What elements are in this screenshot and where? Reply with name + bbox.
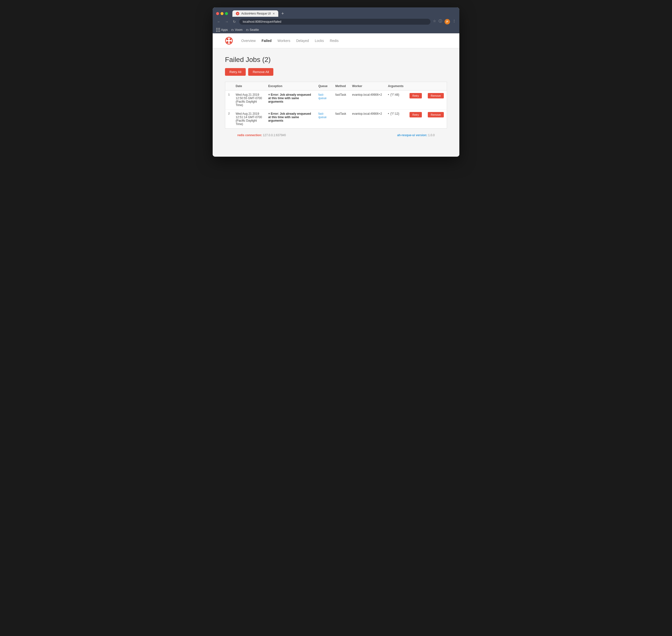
row-1-retry-cell: Retry [407,91,425,110]
bookmark-voom[interactable]: 🗀 Voom [231,28,242,32]
col-action2 [425,82,447,91]
tab-title: ActionHero Resque UI [241,12,271,15]
traffic-lights [216,12,228,15]
active-tab[interactable]: ⊕ ActionHero Resque UI ✕ [232,11,278,17]
nav-overview[interactable]: Overview [241,39,256,43]
address-icons: ☆ ⓘ P ⋮ [433,19,456,24]
folder-icon-voom: 🗀 [231,28,234,31]
redis-info: redis connection: 127.0.0.1:6379#0 [237,134,286,137]
row-2-queue: fast-queue [315,110,332,128]
jobs-table: Date Exception Queue Method Worker Argum… [225,82,447,128]
info-icon[interactable]: ⓘ [439,19,442,24]
tab-favicon: ⊕ [236,12,239,15]
action-buttons: Retry All Remove All [225,68,447,76]
bullet-icon: • [388,112,389,116]
col-action1 [407,82,425,91]
svg-point-4 [230,41,231,43]
refresh-button[interactable]: ↻ [232,19,237,24]
col-exception: Exception [265,82,315,91]
address-input[interactable] [239,19,431,25]
page-content: Overview Failed Workers Delayed Locks Re… [213,33,459,157]
new-tab-button[interactable]: + [280,11,285,17]
bookmark-seattle[interactable]: 🗀 Seattle [246,28,259,32]
retry-all-button[interactable]: Retry All [225,68,246,76]
back-button[interactable]: ← [216,19,221,24]
row-1-num: 1 [225,91,233,110]
row-1-remove-button[interactable]: Remove [428,93,444,98]
minimize-button[interactable] [220,12,223,15]
bookmark-icon[interactable]: ☆ [433,19,436,24]
svg-point-3 [226,41,229,43]
table-row: 1 Wed Aug 21 2019 12:50:55 GMT-0700 (Pac… [225,91,447,110]
remove-all-button[interactable]: Remove All [248,68,273,76]
row-1-args: • {"i":48} [385,91,406,110]
forward-button[interactable]: → [224,19,230,24]
svg-point-1 [226,38,229,40]
close-button[interactable] [216,12,219,15]
nav-failed[interactable]: Failed [261,39,271,43]
main-content: Failed Jobs (2) Retry All Remove All Dat… [213,48,459,149]
apps-grid-icon [216,28,220,32]
row-2-remove-cell: Remove [425,110,447,128]
page-title: Failed Jobs (2) [225,56,447,64]
row-1-remove-cell: Remove [425,91,447,110]
row-1-exception: + Error: Job already enqueued at this ti… [265,91,315,110]
row-2-num: 2 [225,110,233,128]
row-2-retry-button[interactable]: Retry [410,112,422,117]
version-label: ah-resque-ui version: [397,134,427,137]
row-2-date: Wed Aug 21 2019 12:51:14 GMT-0700 (Pacif… [233,110,265,128]
nav-locks[interactable]: Locks [315,39,324,43]
row-2-remove-button[interactable]: Remove [428,112,444,117]
col-num [225,82,233,91]
bookmark-voom-label: Voom [235,28,242,32]
row-2-queue-link[interactable]: fast-queue [318,112,327,119]
maximize-button[interactable] [225,12,228,15]
folder-icon-seattle: 🗀 [246,28,249,31]
table-header: Date Exception Queue Method Worker Argum… [225,82,447,91]
col-method: Method [332,82,349,91]
col-args: Arguments [385,82,406,91]
nav-redis[interactable]: Redis [330,39,339,43]
row-1-queue-link[interactable]: fast-queue [318,93,327,100]
version-value: 1.0.0 [428,134,435,137]
browser-window: ⊕ ActionHero Resque UI ✕ + ← → ↻ ☆ ⓘ P ⋮ [213,7,459,157]
tab-close-icon[interactable]: ✕ [273,12,275,15]
table-row: 2 Wed Aug 21 2019 12:51:14 GMT-0700 (Pac… [225,110,447,128]
row-2-args: • {"i":12} [385,110,406,128]
row-2-exception: + Error: Job already enqueued at this ti… [265,110,315,128]
bookmarks-bar: Apps 🗀 Voom 🗀 Seattle [213,27,459,33]
svg-point-0 [225,37,232,44]
row-2-method: fastTask [332,110,349,128]
tab-bar: ⊕ ActionHero Resque UI ✕ + [232,11,456,17]
col-queue: Queue [315,82,332,91]
apps-button[interactable]: Apps [216,28,228,32]
row-2-worker: evantop.local:49906+2 [349,110,385,128]
row-2-retry-cell: Retry [407,110,425,128]
app-nav: Overview Failed Workers Delayed Locks Re… [213,33,459,48]
row-1-worker: evantop.local:49906+2 [349,91,385,110]
nav-delayed[interactable]: Delayed [296,39,309,43]
table-body: 1 Wed Aug 21 2019 12:50:55 GMT-0700 (Pac… [225,91,447,128]
address-bar-row: ← → ↻ ☆ ⓘ P ⋮ [213,17,459,27]
col-worker: Worker [349,82,385,91]
version-info: ah-resque-ui version: 1.0.0 [397,134,435,137]
apps-label: Apps [221,28,228,32]
bookmark-seattle-label: Seattle [250,28,259,32]
page-footer: redis connection: 127.0.0.1:6379#0 ah-re… [225,128,447,142]
nav-workers[interactable]: Workers [278,39,290,43]
row-1-date: Wed Aug 21 2019 12:50:55 GMT-0700 (Pacif… [233,91,265,110]
redis-label: redis connection: [237,134,262,137]
app-logo [225,37,233,45]
redis-value: 127.0.0.1:6379#0 [263,134,286,137]
svg-point-2 [230,38,231,40]
user-avatar[interactable]: P [444,19,450,24]
title-bar: ⊕ ActionHero Resque UI ✕ + [213,7,459,17]
menu-icon[interactable]: ⋮ [452,19,456,24]
row-1-retry-button[interactable]: Retry [410,93,422,98]
row-1-method: fastTask [332,91,349,110]
col-date: Date [233,82,265,91]
row-1-queue: fast-queue [315,91,332,110]
bullet-icon: • [388,93,389,97]
